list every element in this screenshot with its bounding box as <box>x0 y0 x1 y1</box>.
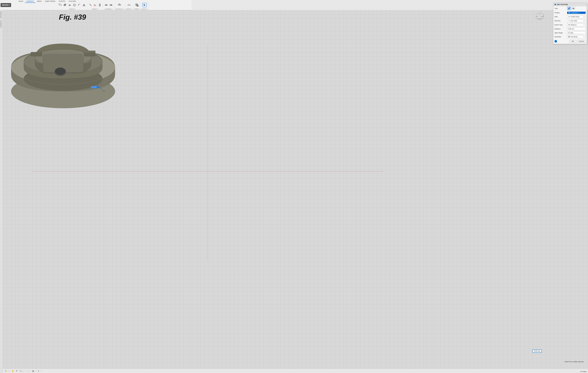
group-select: SELECT ▾ <box>141 3 148 10</box>
group-insert: INSERT ▾ <box>133 3 141 10</box>
svg-marker-8 <box>83 4 85 6</box>
svg-rect-15 <box>110 4 111 6</box>
svg-line-10 <box>94 5 95 6</box>
tab-surface[interactable]: SURFACE <box>25 0 35 3</box>
inspect-icon[interactable] <box>127 3 131 7</box>
create-new-icon[interactable] <box>58 3 62 7</box>
svg-rect-40 <box>31 52 42 56</box>
modify-icon1[interactable] <box>88 3 93 7</box>
construct-icons <box>117 3 122 7</box>
insert-label[interactable]: INSERT ▾ <box>134 8 140 10</box>
modify-icon2[interactable] <box>93 3 97 7</box>
toolbar-tabs: SOLID SURFACE MESH SHEET METAL PLASTIC U… <box>17 0 78 3</box>
fillet-icon[interactable] <box>77 3 82 7</box>
inspect-icons <box>127 3 131 7</box>
assemble-label[interactable]: ASSEMBLE ▾ <box>105 8 112 10</box>
revolve-icon[interactable] <box>67 3 72 7</box>
modify-label[interactable]: MODIFY ▾ <box>92 8 98 10</box>
select-icon[interactable] <box>142 3 147 7</box>
comments-tab[interactable]: COMMENTS <box>0 19 3 29</box>
tab-mesh[interactable]: MESH <box>35 0 43 3</box>
select-icons <box>142 3 147 7</box>
construct-label[interactable]: CONSTRUCT ▾ <box>115 8 124 10</box>
svg-rect-24 <box>137 5 138 6</box>
insert-icons <box>135 3 139 7</box>
svg-rect-0 <box>59 4 60 5</box>
svg-point-14 <box>106 4 107 6</box>
construct-icon[interactable] <box>117 3 122 7</box>
viewport: Fig. #39 <box>3 10 191 108</box>
left-sidebar: BROWSER COMMENTS <box>0 10 3 108</box>
svg-rect-39 <box>83 51 95 53</box>
draft-icon[interactable] <box>82 3 86 7</box>
design-button[interactable]: DESIGN ▾ <box>0 3 11 7</box>
svg-rect-18 <box>118 5 121 5</box>
create-icons <box>58 3 86 7</box>
svg-rect-16 <box>111 4 112 6</box>
create-label[interactable]: CREATE ▾ <box>69 8 75 10</box>
svg-point-35 <box>55 68 65 74</box>
svg-point-6 <box>73 4 75 6</box>
tab-solid[interactable]: SOLID <box>17 0 25 3</box>
shell-icon[interactable] <box>72 3 77 7</box>
model-3d[interactable] <box>7 19 119 108</box>
group-construct: CONSTRUCT ▾ <box>114 3 125 10</box>
group-modify: MODIFY ▾ <box>87 3 103 10</box>
group-inspect: INSPECT ▾ <box>125 3 133 10</box>
assemble-icons <box>104 3 113 7</box>
modify-icon3[interactable] <box>98 3 102 7</box>
assemble-icon2[interactable] <box>109 3 113 7</box>
tab-utilities[interactable]: UTILITIES <box>67 0 78 3</box>
group-assemble: ASSEMBLE ▾ <box>103 3 114 10</box>
svg-point-7 <box>74 4 75 6</box>
extrude-icon[interactable] <box>63 3 67 7</box>
inspect-label[interactable]: INSPECT ▾ <box>126 8 132 10</box>
toolbar: DESIGN ▾ SOLID SURFACE MESH SHEET METAL … <box>0 0 191 10</box>
assemble-icon1[interactable] <box>104 3 108 7</box>
tab-sheet-metal[interactable]: SHEET METAL <box>43 0 57 3</box>
svg-rect-41 <box>91 86 97 88</box>
modify-icons <box>88 3 102 7</box>
browser-tab[interactable]: BROWSER <box>0 10 3 19</box>
svg-point-13 <box>105 4 106 6</box>
group-create: CREATE ▾ <box>57 3 87 10</box>
insert-icon[interactable] <box>135 3 139 7</box>
select-label[interactable]: SELECT ▾ <box>142 8 147 10</box>
tab-plastic[interactable]: PLASTIC <box>57 0 67 3</box>
svg-rect-4 <box>64 4 66 5</box>
